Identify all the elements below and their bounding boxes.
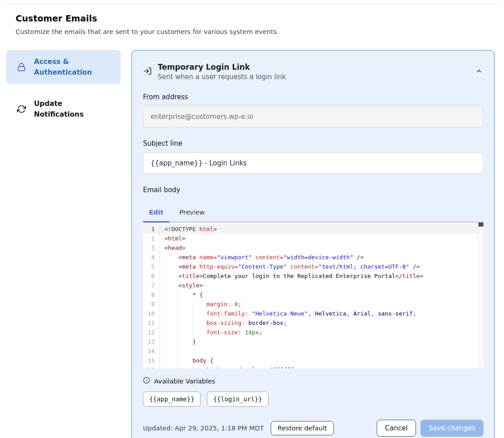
code-line[interactable]: 10 font-family: "Helvetica Neue", Helvet… [143, 309, 483, 318]
content-area: Access & Authentication Update Notificat… [0, 50, 504, 438]
line-number: 12 [143, 328, 160, 337]
line-number: 1 [143, 224, 160, 234]
line-number: 13 [143, 337, 160, 346]
code-line[interactable]: 5 <meta http-equiv="Content-Type" conten… [143, 262, 483, 271]
code-line[interactable]: 7 <style> [143, 281, 483, 290]
from-address-input[interactable] [143, 106, 483, 127]
available-variables-label: Available Variables [154, 378, 215, 385]
line-number: 9 [143, 299, 160, 309]
panel-subtitle: Sent when a user requests a login link [158, 73, 469, 81]
code-line-content: body { [160, 356, 483, 365]
editor-scrollbar-thumb[interactable] [479, 223, 483, 227]
line-number: 14 [143, 346, 160, 356]
info-icon [143, 377, 150, 386]
code-line-content: box-sizing: border-box; [160, 318, 483, 328]
panel-header-text: Temporary Login Link Sent when a user re… [158, 63, 469, 81]
login-icon [143, 67, 152, 77]
tab-preview[interactable]: Preview [175, 205, 209, 222]
subject-line-label: Subject line [143, 139, 483, 147]
subject-line-input[interactable] [143, 152, 483, 174]
code-line-content: background-color: #ffffff; [160, 365, 483, 368]
code-line-content: <html> [160, 234, 483, 243]
updated-timestamp: Updated: Apr 29, 2025, 1:18 PM MDT [143, 425, 264, 432]
code-line[interactable]: 16 background-color: #ffffff; [143, 365, 483, 368]
line-number: 8 [143, 290, 160, 299]
code-line[interactable]: 11 box-sizing: border-box; [143, 318, 483, 328]
code-line-content: * { [160, 290, 483, 299]
collapse-button[interactable] [475, 67, 483, 77]
restore-default-button[interactable]: Restore default [271, 421, 334, 435]
code-line-content [160, 346, 483, 356]
cancel-button[interactable]: Cancel [377, 420, 416, 437]
code-line-content: <style> [160, 281, 483, 290]
code-line[interactable]: 4 <meta name="viewport" content="width=d… [143, 253, 483, 262]
code-line[interactable]: 8 * { [143, 290, 483, 299]
line-number: 11 [143, 318, 160, 328]
code-line[interactable]: 15 body { [143, 356, 483, 365]
code-line-content: font-size: 14px; [160, 328, 483, 337]
variable-chip-app-name[interactable]: {{app_name}} [143, 392, 201, 407]
sidebar: Access & Authentication Update Notificat… [6, 50, 121, 126]
code-line[interactable]: 3<head> [143, 243, 483, 253]
email-body-label: Email body [143, 186, 483, 194]
variable-chips: {{app_name}} {{login_url}} [143, 392, 483, 407]
code-line[interactable]: 6 <title>Complete your login to the Repl… [143, 271, 483, 281]
code-line-content: <meta http-equiv="Content-Type" content=… [160, 262, 483, 271]
line-number: 10 [143, 309, 160, 318]
email-body-code-editor[interactable]: 1<!DOCTYPE html>2<html>3<head>4 <meta na… [143, 223, 483, 368]
previous-card-bottom-edge [4, 0, 500, 4]
line-number: 5 [143, 262, 160, 271]
panel-title: Temporary Login Link [158, 63, 469, 72]
line-number: 16 [143, 365, 160, 368]
code-line[interactable]: 14 [143, 346, 483, 356]
panel-header: Temporary Login Link Sent when a user re… [143, 63, 483, 81]
from-address-label: From address [143, 93, 483, 101]
panel-footer: Updated: Apr 29, 2025, 1:18 PM MDT Resto… [143, 420, 483, 437]
code-line[interactable]: 2<html> [143, 234, 483, 243]
line-number: 2 [143, 234, 160, 243]
save-changes-button[interactable]: Save changes [420, 420, 483, 437]
code-line-content: <head> [160, 243, 483, 253]
code-line[interactable]: 13 } [143, 337, 483, 346]
line-number: 4 [143, 253, 160, 262]
lock-icon [17, 63, 26, 72]
sidebar-item-update-notifications[interactable]: Update Notifications [6, 92, 121, 126]
code-line-content: <title>Complete your login to the Replic… [160, 271, 483, 281]
code-line[interactable]: 12 font-size: 14px; [143, 328, 483, 337]
chevron-up-icon [475, 69, 483, 76]
email-settings-panel: Temporary Login Link Sent when a user re… [131, 50, 495, 438]
editor-scrollbar[interactable] [478, 223, 483, 368]
editor-tabs: Edit Preview [143, 205, 483, 222]
available-variables-header: Available Variables [143, 377, 483, 386]
code-editor-wrap: 1<!DOCTYPE html>2<html>3<head>4 <meta na… [143, 222, 483, 368]
line-number: 7 [143, 281, 160, 290]
page-subtitle: Customize the emails that are sent to yo… [16, 28, 488, 35]
sidebar-item-label: Access & Authentication [34, 56, 113, 78]
page-header: Customer Emails Customize the emails tha… [0, 0, 504, 35]
page-title: Customer Emails [16, 13, 488, 23]
code-line-content: margin: 0; [160, 299, 483, 309]
line-number: 3 [143, 243, 160, 253]
code-line[interactable]: 9 margin: 0; [143, 299, 483, 309]
code-line-content: } [160, 337, 483, 346]
code-line-content: font-family: "Helvetica Neue", Helvetica… [160, 309, 483, 318]
code-line-content: <!DOCTYPE html> [160, 224, 483, 234]
tab-edit[interactable]: Edit [143, 205, 169, 222]
refresh-icon [17, 105, 26, 114]
sidebar-item-access-authentication[interactable]: Access & Authentication [6, 50, 121, 84]
line-number: 15 [143, 356, 160, 365]
code-line-content: <meta name="viewport" content="width=dev… [160, 253, 483, 262]
line-number: 6 [143, 271, 160, 281]
sidebar-item-label: Update Notifications [34, 98, 113, 120]
code-line[interactable]: 1<!DOCTYPE html> [143, 224, 483, 234]
variable-chip-login-url[interactable]: {{login_url}} [207, 392, 269, 407]
